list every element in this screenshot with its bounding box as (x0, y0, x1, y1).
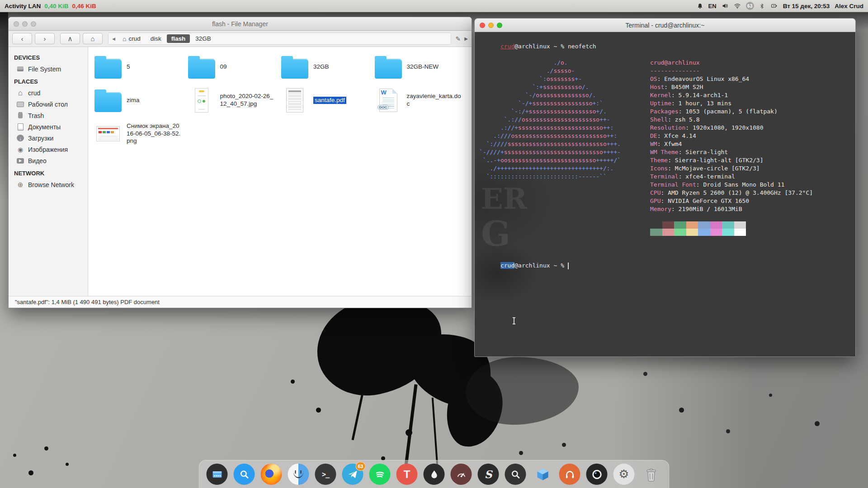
file-item[interactable]: 09 (187, 53, 281, 80)
search-icon (238, 469, 250, 480)
workspaces-icon (211, 468, 223, 481)
dock-settings[interactable]: ⚙ (613, 464, 635, 485)
trash-icon (643, 466, 659, 483)
sidebar-item-home[interactable]: ⌂crud (9, 87, 88, 99)
file-item[interactable]: santafe.pdf (280, 87, 374, 114)
user-menu[interactable]: Alex Crud (835, 3, 863, 9)
dock-cube[interactable] (532, 464, 553, 485)
network-download-rate: 0,40 KiB (44, 3, 68, 9)
neofetch-user-host: crud@archlinux (650, 59, 813, 67)
info-label: Resolution (650, 124, 685, 131)
wallpaper-drip (432, 398, 438, 465)
breadcrumb-scroll-left-icon[interactable]: ◀ (110, 37, 117, 41)
file-label: santafe.pdf (313, 97, 346, 104)
file-item[interactable]: 32GB-NEW (374, 53, 467, 80)
breadcrumb-item[interactable]: 32GB (191, 34, 216, 43)
dock-search[interactable] (234, 464, 255, 485)
sidebar-item-desktop[interactable]: Рабочий стол (9, 99, 88, 110)
dock-transmission[interactable]: T (396, 464, 418, 485)
folder-icon (94, 59, 122, 79)
info-value: : 1 hour, 13 mins (671, 100, 731, 107)
clock[interactable]: Вт 15 дек, 20:53 (783, 3, 830, 9)
info-value: : 5.9.14-arch1-1 (671, 92, 728, 99)
info-value: : zsh 5.8 (668, 116, 699, 123)
terminal-titlebar[interactable]: Terminal - crud@archlinux:~ (475, 19, 855, 32)
telegram-icon (347, 469, 359, 480)
keyboard-layout-indicator[interactable]: EN (708, 3, 717, 9)
dock-trash[interactable] (641, 464, 662, 485)
dock-drop[interactable] (424, 464, 445, 485)
sidebar-item-down[interactable]: ↓Загрузки (9, 132, 88, 144)
info-label: DE (650, 132, 657, 139)
folder-icon (94, 92, 122, 112)
file-item[interactable]: Снимок экрана_2016-06-05_06-38-52.png (94, 120, 187, 147)
file-item[interactable]: photo_2020-02-26_12_40_57.jpg (187, 87, 281, 114)
wifi-icon[interactable] (734, 2, 741, 9)
doc-badge: DOC (377, 105, 389, 110)
file-item[interactable]: zima (94, 87, 187, 114)
breadcrumb-scroll-right-icon[interactable]: ▶ (464, 36, 468, 41)
info-value: : xfce4-terminal (679, 173, 735, 180)
file-icon-wrap (94, 89, 123, 112)
file-item[interactable]: WDOCzayavlenie_karta.doc (374, 87, 467, 114)
neofetch-info-block: crud@archlinux--------------OS: Endeavou… (650, 59, 813, 236)
info-value: : NVIDIA GeForce GTX 1650 (660, 197, 749, 204)
dock-workspaces[interactable] (207, 464, 228, 485)
dock-swoosh[interactable]: S (478, 464, 499, 485)
dock-spotify[interactable] (369, 464, 391, 485)
folder-icon (188, 59, 215, 79)
info-label: OS (650, 75, 657, 82)
dock-headphones[interactable] (559, 464, 580, 485)
dock-gauge[interactable] (451, 464, 472, 485)
sidebar-item-drive[interactable]: File System (9, 63, 88, 75)
forward-button[interactable]: › (35, 33, 55, 44)
loupe-icon (509, 469, 521, 480)
telegram-tray-badge[interactable]: 63 (746, 2, 754, 10)
img-icon: ◉ (17, 146, 24, 153)
file-manager-titlebar[interactable]: flash - File Manager (9, 17, 472, 31)
sidebar-item-doc[interactable]: Документы (9, 121, 88, 132)
cube-icon (535, 467, 550, 482)
dock-telegram[interactable]: 63 (342, 464, 363, 485)
swoosh-icon: S (485, 468, 492, 480)
sidebar-item-label: crud (28, 89, 40, 97)
terminal-body[interactable]: ER G crud@archlinux~ %neofetch ./o. ./ss… (475, 32, 855, 357)
file-icon-wrap: WDOC (374, 89, 403, 112)
palette-swatch (662, 229, 675, 236)
sidebar-item-img[interactable]: ◉Изображения (9, 144, 88, 155)
dock-firefox[interactable] (261, 464, 282, 485)
dock-loupe[interactable] (505, 464, 526, 485)
palette-swatch (698, 229, 710, 236)
neofetch-info-line: Uptime: 1 hour, 13 mins (650, 99, 813, 108)
home-button[interactable]: ⌂ (83, 33, 103, 44)
breadcrumb-item[interactable]: ⌂crud (118, 34, 145, 43)
network-monitor-label: Activity LAN (5, 3, 41, 9)
breadcrumb-item[interactable]: flash (167, 34, 190, 43)
up-button[interactable]: ∧ (60, 33, 80, 44)
dock-files[interactable] (288, 464, 309, 485)
back-button[interactable]: ‹ (12, 33, 32, 44)
prompt-host: @archlinux (514, 43, 550, 50)
notifications-bell-icon[interactable] (697, 3, 703, 9)
palette-swatch (734, 221, 746, 229)
file-list[interactable]: 50932GB32GB-NEWzimaphoto_2020-02-26_12_4… (88, 47, 472, 296)
dock-terminal[interactable]: >_ (315, 464, 336, 485)
sidebar-header: NETWORK (9, 166, 88, 179)
volume-icon[interactable] (722, 2, 729, 9)
file-item[interactable]: 32GB (280, 53, 374, 80)
bluetooth-icon[interactable] (759, 3, 765, 9)
edit-path-icon[interactable]: ✎ (456, 35, 461, 42)
file-label: photo_2020-02-26_12_40_57.jpg (220, 93, 275, 108)
breadcrumb-item[interactable]: disk (146, 34, 166, 43)
doc-icon: WDOC (379, 89, 397, 112)
file-item[interactable]: 5 (94, 53, 187, 80)
sidebar-item-trash[interactable]: Trash (9, 110, 88, 121)
sidebar-item-net[interactable]: ⊕Browse Network (9, 179, 88, 190)
sidebar-item-video[interactable]: ▶Видео (9, 155, 88, 166)
folder-icon (375, 59, 402, 79)
file-label: 5 (127, 63, 130, 71)
dock-lens[interactable] (586, 464, 608, 485)
info-value: : 1053 (pacman), 5 (flatpak) (679, 108, 778, 115)
battery-icon[interactable] (770, 2, 778, 9)
status-text: "santafe.pdf": 1,4 MiB (1 490 491 bytes)… (15, 299, 160, 305)
